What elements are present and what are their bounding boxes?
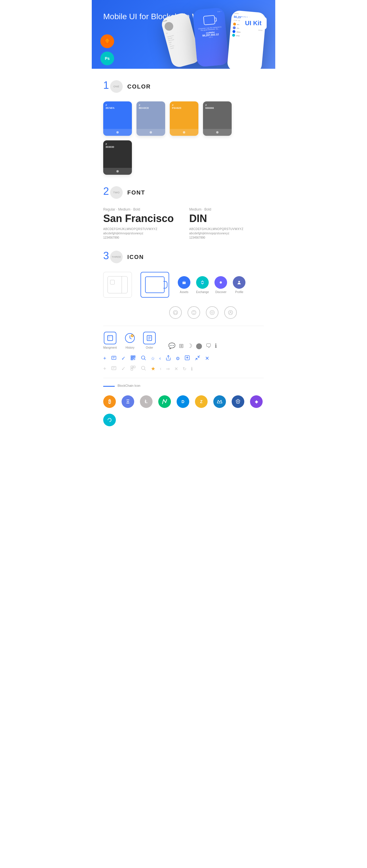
svg-line-44 <box>144 359 145 360</box>
badges-column: Ps 60+ Screens <box>101 34 114 69</box>
search-icon <box>140 355 146 362</box>
svg-line-53 <box>144 369 145 370</box>
swatch-blue: # 3574FA <box>103 101 132 136</box>
svg-rect-38 <box>133 358 134 359</box>
swatch-gray: # 666666 <box>203 101 232 136</box>
icon-section-number: 3 <box>103 251 109 261</box>
hero-section: Mobile UI for Blockchain Wallet UI Kit P… <box>92 0 275 69</box>
svg-rect-40 <box>133 360 134 360</box>
blockchain-section: BlockChain Icon <box>103 384 264 391</box>
info-circle-icon: ℹ <box>191 366 193 372</box>
bitcoin-icon: ₿ <box>103 395 116 408</box>
icon-section-label: THREE <box>110 251 123 263</box>
svg-point-11 <box>173 311 178 315</box>
svg-marker-12 <box>174 311 177 314</box>
redo-icon: ↻ <box>182 366 186 372</box>
svg-rect-50 <box>133 366 135 368</box>
font2-lowercase: abcdefghijklmnopqrstuvwxyz <box>189 232 264 235</box>
edit-gray-icon <box>111 365 117 372</box>
qr-gray-icon <box>130 365 136 372</box>
svg-rect-20 <box>108 337 113 337</box>
icon-wireframe-container <box>103 272 132 298</box>
photoshop-badge: Ps <box>101 52 114 65</box>
font-section-title: FONT <box>127 189 145 196</box>
icon-top-row: Assets Exchange Discover <box>103 272 264 298</box>
chevron-left-gray-icon: ‹ <box>160 366 162 371</box>
blockchain-divider <box>103 386 115 387</box>
management-icon-row: Mangment History <box>103 332 264 349</box>
font-san-francisco: Regular · Medium · Bold San Francisco AB… <box>103 208 178 239</box>
edit-icon <box>111 355 117 362</box>
plus-gray-icon: + <box>103 366 106 372</box>
icon-section-header: 3 THREE ICON <box>103 251 264 263</box>
font1-numbers: 1234567890 <box>103 236 178 239</box>
close-circle-icon: ✕ <box>174 366 178 372</box>
svg-point-15 <box>211 312 213 313</box>
svg-rect-42 <box>135 359 135 360</box>
swatch-steel: # 8DA0C8 <box>137 101 165 136</box>
neo-icon <box>158 395 171 408</box>
assets-icon <box>178 276 190 289</box>
font2-name: DIN <box>189 213 264 225</box>
font2-numbers: 1234567890 <box>189 236 264 239</box>
svg-rect-19 <box>109 336 109 341</box>
history-icon-clock <box>123 332 136 344</box>
settings-icon: ⚙ <box>176 356 180 361</box>
toolbar-icons-gray: + ✓ ★ ‹ ⇒ ✕ ↻ ℹ <box>103 365 264 372</box>
ui-kit-badge: UI Kit <box>240 17 266 29</box>
message-icon: 🗨 <box>205 343 211 349</box>
font2-meta: Medium · Bold <box>189 208 264 211</box>
font2-uppercase: ABCDEFGHIJKLMNOPQRSTUVWXYZ <box>189 227 264 230</box>
font-grid: Regular · Medium · Bold San Francisco AB… <box>103 208 264 239</box>
share-icon <box>165 355 171 362</box>
waves-icon <box>213 395 226 408</box>
svg-rect-29 <box>112 356 116 360</box>
svg-rect-35 <box>134 356 135 357</box>
font1-lowercase: abcdefghijklmnopqrstuvwxyz <box>103 232 178 235</box>
font1-uppercase: ABCDEFGHIJKLMNOPQRSTUVWXYZ <box>103 227 178 230</box>
font-din: Medium · Bold DIN ABCDEFGHIJKLMNOPQRSTUV… <box>189 208 264 239</box>
crypto-icons-row: ₿ Ξ Ł D Z ◈ <box>103 395 264 426</box>
nav-icon-profile: Profile <box>233 276 246 293</box>
swatch-orange: # F5A623 <box>170 101 198 136</box>
font-section-header: 2 TWO FONT <box>103 186 264 199</box>
stratis-icon <box>232 395 244 408</box>
layers-icon: ⊞ <box>179 342 184 349</box>
svg-point-8 <box>220 281 222 283</box>
order-icon: Order <box>143 332 156 349</box>
chat-icon: 💬 <box>168 342 175 349</box>
color-section-title: COLOR <box>127 83 151 90</box>
icon-colored-container <box>140 272 169 298</box>
outline-icon-row <box>103 306 264 319</box>
nav-icon-exchange: Exchange <box>196 276 209 293</box>
svg-rect-37 <box>131 359 132 360</box>
check-icon: ✓ <box>121 355 125 362</box>
toolbar-icons-blue: + ✓ ☆ ‹ ⚙ ✕ <box>103 355 264 362</box>
profile-outline-icon <box>224 306 237 319</box>
divider-2 <box>103 378 264 378</box>
swatch-dark: # 303030 <box>103 141 132 175</box>
color-section-header: 1 ONE COLOR <box>103 80 264 93</box>
svg-rect-41 <box>134 359 135 360</box>
exchange-outline-icon <box>188 306 200 319</box>
nav-icon-row: Assets Exchange Discover <box>178 276 246 293</box>
zcash-icon: Z <box>195 395 207 408</box>
icon-section-title: ICON <box>127 254 144 260</box>
color-swatches: # 3574FA # 8DA0C8 # F5A623 # 666666 <box>103 101 264 175</box>
font1-name: San Francisco <box>103 213 178 225</box>
forward-icon: ⇒ <box>166 366 170 372</box>
check-gray-icon: ✓ <box>121 366 125 372</box>
svg-rect-49 <box>131 366 133 368</box>
plus-icon: + <box>103 355 106 362</box>
nav-icon-discover: Discover <box>215 276 227 293</box>
svg-rect-39 <box>135 358 135 359</box>
phone-mockup-2: 9:41 + Character may be mastered in the … <box>192 7 229 67</box>
qr-icon <box>130 355 136 362</box>
order-icon-box <box>143 332 156 344</box>
svg-point-17 <box>230 311 231 312</box>
ethereum-icon: Ξ <box>121 395 134 408</box>
svg-point-5 <box>184 281 185 282</box>
svg-rect-51 <box>131 368 133 370</box>
svg-rect-46 <box>112 366 116 370</box>
litecoin-icon: Ł <box>140 395 152 408</box>
